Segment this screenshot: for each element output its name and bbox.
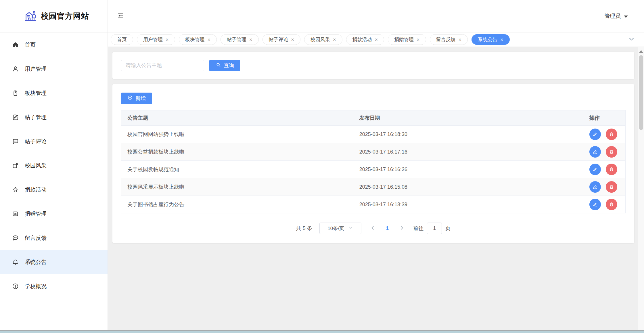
tab-donation-manage[interactable]: 捐赠管理 × (388, 34, 426, 45)
pagination: 共 5 条 10条/页 1 (121, 213, 626, 243)
tab-close-icon[interactable]: × (333, 37, 336, 42)
sidebar-item-home[interactable]: 首页 (0, 32, 108, 57)
tab-close-icon[interactable]: × (291, 37, 294, 42)
sidebar-item-gallery[interactable]: 校园风采 (0, 153, 108, 177)
sidebar-item-label: 帖子管理 (25, 114, 47, 120)
home-icon (12, 41, 19, 48)
tab-donation-activity[interactable]: 捐款活动 × (346, 34, 384, 45)
trash-icon (609, 202, 614, 207)
tab-list: 首页 用户管理 × 板块管理 × 帖子管理 × 帖子评论 × 校园风采 × 捐款… (111, 34, 644, 45)
edit-button[interactable] (589, 181, 601, 193)
tab-label: 帖子管理 (227, 36, 246, 43)
table-header-row: 公告主题 发布日期 操作 (121, 110, 626, 126)
edit-button[interactable] (589, 146, 601, 158)
tab-label: 留言反馈 (436, 36, 456, 43)
add-button[interactable]: 新增 (121, 93, 152, 104)
edit-button[interactable] (589, 199, 601, 210)
tab-close-icon[interactable]: × (166, 37, 169, 42)
tab-label: 首页 (117, 36, 127, 43)
delete-button[interactable] (606, 199, 617, 210)
collapse-sidebar-button[interactable] (117, 12, 124, 20)
vertical-scrollbar[interactable] (638, 47, 644, 330)
page-size-value: 10条/页 (327, 225, 344, 232)
date-cell: 2025-03-17 16:18:30 (353, 126, 583, 143)
caret-down-icon (624, 16, 628, 18)
pencil-icon (592, 184, 598, 190)
delete-button[interactable] (606, 181, 617, 193)
column-header-actions: 操作 (583, 110, 625, 126)
tab-close-icon[interactable]: × (208, 37, 211, 42)
table-row: 校园官网网站强势上线啦 2025-03-17 16:18:30 (121, 126, 626, 143)
scroll-up-arrow-icon[interactable] (639, 50, 643, 53)
tab-close-icon[interactable]: × (417, 37, 420, 42)
table-row: 关于图书馆占座行为公告 2025-03-17 16:13:39 (121, 196, 626, 213)
sidebar-item-feedback[interactable]: 留言反馈 (0, 226, 108, 250)
tab-close-icon[interactable]: × (375, 37, 378, 42)
content-area: 查询 新增 公告主题 发布日期 操作 (108, 47, 644, 330)
search-input[interactable] (121, 60, 204, 71)
goto-page-input[interactable] (427, 223, 442, 234)
delete-button[interactable] (606, 129, 617, 140)
sidebar-item-label: 捐赠管理 (25, 211, 47, 217)
tag-icon (12, 89, 19, 97)
delete-button[interactable] (606, 164, 617, 175)
tab-close-icon[interactable]: × (500, 37, 503, 42)
pencil-icon (592, 131, 598, 137)
topbar: 管理员 (108, 0, 644, 32)
tab-boards[interactable]: 板块管理 × (179, 34, 217, 45)
app-logo: 校园官方网站 (0, 0, 108, 32)
tab-close-icon[interactable]: × (459, 37, 462, 42)
sidebar-item-boards[interactable]: 板块管理 (0, 81, 108, 105)
sidebar-item-posts[interactable]: 帖子管理 (0, 105, 108, 129)
page-size-select[interactable]: 10条/页 (319, 223, 361, 234)
tab-posts[interactable]: 帖子管理 × (221, 34, 259, 45)
chat-icon (12, 234, 19, 242)
delete-button[interactable] (606, 146, 617, 158)
edit-button[interactable] (589, 164, 601, 175)
page-number-1[interactable]: 1 (384, 225, 391, 231)
horizontal-scrollbar[interactable] (0, 330, 644, 333)
sidebar-item-donation-activity[interactable]: 捐款活动 (0, 177, 108, 202)
sidebar-item-users[interactable]: 用户管理 (0, 57, 108, 81)
announcement-panel: 新增 公告主题 发布日期 操作 校园官网网站强势上线啦 2025-03-17 1… (112, 84, 634, 243)
table-body: 校园官网网站强势上线啦 2025-03-17 16:18:30 校园公益捐款板块… (121, 126, 626, 213)
tab-label: 捐款活动 (352, 36, 372, 43)
tab-announcements[interactable]: 系统公告 × (471, 34, 510, 45)
next-page-button[interactable] (398, 225, 406, 232)
comment-icon (12, 138, 19, 145)
plus-circle-icon (127, 95, 133, 102)
search-button[interactable]: 查询 (209, 60, 240, 71)
sidebar-item-label: 校园风采 (25, 163, 47, 168)
sidebar-item-label: 留言反馈 (25, 235, 47, 241)
pencil-icon (592, 166, 598, 172)
chevron-right-icon (399, 225, 405, 232)
sidebar-item-comments[interactable]: 帖子评论 (0, 129, 108, 153)
tab-home[interactable]: 首页 (111, 34, 133, 45)
tab-comments[interactable]: 帖子评论 × (262, 34, 301, 45)
sidebar-item-announcements[interactable]: 系统公告 (0, 250, 108, 274)
vertical-scrollbar-thumb[interactable] (639, 55, 643, 130)
tab-label: 捐赠管理 (394, 36, 414, 43)
subject-cell: 校园公益捐款板块上线啦 (121, 143, 353, 161)
sidebar-item-donation-manage[interactable]: 捐赠管理 (0, 202, 108, 226)
subject-cell: 关于校园发帖规范通知 (121, 161, 353, 178)
sidebar-item-label: 学校概况 (25, 284, 47, 289)
tab-users[interactable]: 用户管理 × (137, 34, 175, 45)
edit-button[interactable] (589, 129, 601, 140)
tab-feedback[interactable]: 留言反馈 × (430, 34, 468, 45)
subject-cell: 校园风采展示板块上线啦 (121, 178, 353, 196)
sidebar-menu: 首页 用户管理 板块管理 帖子管理 帖子评论 校园风采 捐款活动 捐赠管理 (0, 32, 108, 298)
sidebar-item-school[interactable]: 学校概况 (0, 274, 108, 298)
previous-page-button[interactable] (369, 225, 377, 232)
tab-gallery[interactable]: 校园风采 × (304, 34, 342, 45)
pencil-icon (592, 202, 598, 207)
subject-cell: 关于图书馆占座行为公告 (121, 196, 353, 213)
tab-close-icon[interactable]: × (249, 37, 252, 42)
collapse-menu-icon (117, 12, 124, 20)
user-name: 管理员 (604, 12, 621, 20)
sidebar-item-label: 首页 (25, 42, 36, 47)
tabbar: 首页 用户管理 × 板块管理 × 帖子管理 × 帖子评论 × 校园风采 × 捐款… (108, 32, 644, 47)
tab-options-button[interactable] (619, 32, 644, 46)
table-row: 关于校园发帖规范通知 2025-03-17 16:16:26 (121, 161, 626, 178)
user-menu[interactable]: 管理员 (604, 12, 628, 20)
